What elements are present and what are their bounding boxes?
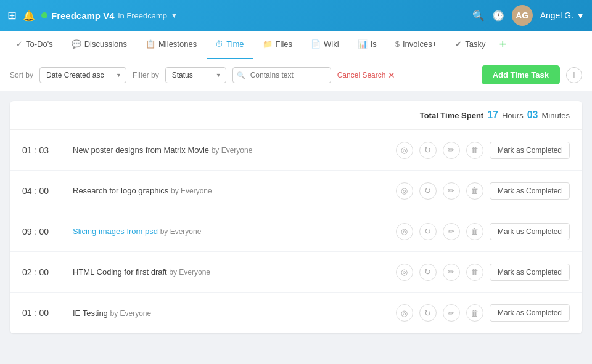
row-actions: ◎ ↻ ✏ 🗑 Mark as Completed <box>396 304 570 322</box>
cancel-x-icon: ✕ <box>388 70 395 80</box>
project-name: Freedcamp V4 <box>51 10 115 21</box>
hours-unit-label: Hours <box>502 111 524 120</box>
time-table: Total Time Spent 17 Hours 03 Minutes 01 … <box>10 101 582 333</box>
user-menu[interactable]: Angel G. ▼ <box>540 10 585 20</box>
minutes-val: 00 <box>39 308 49 318</box>
add-time-button[interactable]: Add Time Task <box>482 65 560 84</box>
avatar[interactable]: AG <box>512 5 533 26</box>
refresh-icon[interactable]: ↻ <box>419 142 437 159</box>
grid-icon[interactable]: ⊞ <box>7 9 17 22</box>
hours-val: 09 <box>22 227 32 237</box>
sort-select[interactable]: Date Created asc Date Created desc Name … <box>39 67 126 83</box>
tab-todos[interactable]: ✓ To-Do's <box>7 31 62 59</box>
task-title: New poster designs from Matrix Movie <box>73 145 212 155</box>
delete-icon[interactable]: 🗑 <box>466 264 483 281</box>
cancel-search-button[interactable]: Cancel Search ✕ <box>337 70 396 80</box>
edit-icon[interactable]: ✏ <box>443 223 460 240</box>
edit-icon[interactable]: ✏ <box>443 304 460 322</box>
todos-icon: ✓ <box>16 39 23 49</box>
mark-completed-button[interactable]: Mark as Completed <box>490 182 570 200</box>
filter-select[interactable]: Status Completed Pending <box>165 67 226 83</box>
task-info: Research for logo graphics by Everyone <box>73 186 388 195</box>
task-assignee: by Everyone <box>169 268 210 277</box>
minutes-val: 00 <box>39 227 49 237</box>
table-row: 02 : 00 HTML Coding for first draft by E… <box>10 252 582 293</box>
add-time-label: Add Time Task <box>493 70 549 79</box>
tab-todos-label: To-Do's <box>26 39 53 49</box>
milestones-icon: 📋 <box>146 39 155 49</box>
nav-right: 🔍 🕐 AG Angel G. ▼ <box>472 5 585 26</box>
bell-icon[interactable]: 🔔 <box>23 10 35 22</box>
search-input[interactable] <box>232 67 331 83</box>
tab-milestones[interactable]: 📋 Milestones <box>137 31 205 59</box>
refresh-icon[interactable]: ↻ <box>419 264 437 281</box>
timer-icon[interactable]: ◎ <box>396 304 413 322</box>
mark-completed-button[interactable]: Mark as Completed <box>490 142 570 159</box>
time-colon: : <box>35 227 37 237</box>
time-colon: : <box>35 145 37 155</box>
task-assignee: by Everyone <box>171 187 212 195</box>
is-icon: 📊 <box>358 39 368 49</box>
row-actions: ◎ ↻ ✏ 🗑 Mark us Completed <box>396 223 570 240</box>
avatar-initials: AG <box>516 10 528 20</box>
time-display: 01 : 00 <box>22 308 65 318</box>
nav-search-icon[interactable]: 🔍 <box>472 10 485 22</box>
project-title[interactable]: Freedcamp V4 in Freedcamp ▼ <box>41 10 178 21</box>
top-navigation: ⊞ 🔔 Freedcamp V4 in Freedcamp ▼ 🔍 🕐 AG A… <box>0 0 592 31</box>
minutes-val: 00 <box>39 267 49 277</box>
delete-icon[interactable]: 🗑 <box>466 223 483 240</box>
edit-icon[interactable]: ✏ <box>443 182 460 200</box>
timer-icon[interactable]: ◎ <box>396 142 413 159</box>
nav-clock-icon[interactable]: 🕐 <box>492 10 504 22</box>
time-display: 04 : 00 <box>22 186 65 196</box>
time-display: 02 : 00 <box>22 267 65 277</box>
wiki-icon: 📄 <box>311 39 321 49</box>
row-actions: ◎ ↻ ✏ 🗑 Mark as Completed <box>396 182 570 200</box>
tab-tasky-label: Tasky <box>465 39 485 49</box>
refresh-icon[interactable]: ↻ <box>419 223 437 240</box>
time-colon: : <box>35 186 37 196</box>
timer-icon[interactable]: ◎ <box>396 264 413 281</box>
tab-invoices[interactable]: $ Invoices+ <box>387 31 446 59</box>
invoices-icon: $ <box>395 39 400 49</box>
add-tab-button[interactable]: + <box>495 38 510 52</box>
mark-completed-button[interactable]: Mark as Completed <box>490 304 570 322</box>
tab-time[interactable]: ⏱ Time <box>207 31 252 59</box>
tab-is-label: Is <box>371 39 377 49</box>
task-assignee: by Everyone <box>110 309 151 318</box>
mark-completed-button[interactable]: Mark us Completed <box>490 223 570 240</box>
tab-tasky[interactable]: ✔ Tasky <box>446 31 494 59</box>
delete-icon[interactable]: 🗑 <box>466 304 483 322</box>
nav-left: ⊞ 🔔 Freedcamp V4 in Freedcamp ▼ <box>7 9 466 22</box>
search-wrapper <box>232 67 331 83</box>
tab-files[interactable]: 📁 Files <box>254 31 301 59</box>
sort-label: Sort by <box>10 71 33 79</box>
filter-select-wrapper: Status Completed Pending <box>165 67 226 83</box>
edit-icon[interactable]: ✏ <box>443 264 460 281</box>
row-actions: ◎ ↻ ✏ 🗑 Mark as Completed <box>396 264 570 281</box>
timer-icon[interactable]: ◎ <box>396 182 413 200</box>
refresh-icon[interactable]: ↻ <box>419 304 437 322</box>
timer-icon[interactable]: ◎ <box>396 223 413 240</box>
total-time-label: Total Time Spent <box>420 111 484 120</box>
tab-wiki[interactable]: 📄 Wiki <box>302 31 348 59</box>
tab-time-label: Time <box>226 39 244 49</box>
info-icon[interactable]: i <box>566 67 582 83</box>
delete-icon[interactable]: 🗑 <box>466 182 483 200</box>
mark-completed-button[interactable]: Mark as Completed <box>490 264 570 281</box>
time-colon: : <box>35 267 37 277</box>
tab-discussions[interactable]: 💬 Discussions <box>63 31 136 59</box>
tab-invoices-label: Invoices+ <box>403 39 437 49</box>
tab-is[interactable]: 📊 Is <box>349 31 385 59</box>
task-info: HTML Coding for first draft by Everyone <box>73 267 388 277</box>
task-title: HTML Coding for first draft <box>73 267 169 277</box>
delete-icon[interactable]: 🗑 <box>466 142 483 159</box>
edit-icon[interactable]: ✏ <box>443 142 460 159</box>
project-dropdown-arrow[interactable]: ▼ <box>171 12 178 19</box>
row-actions: ◎ ↻ ✏ 🗑 Mark as Completed <box>396 142 570 159</box>
refresh-icon[interactable]: ↻ <box>419 182 437 200</box>
hours-val: 01 <box>22 145 32 155</box>
task-title: Research for logo graphics <box>73 186 171 195</box>
main-content: Total Time Spent 17 Hours 03 Minutes 01 … <box>0 91 592 343</box>
task-title[interactable]: Slicing images from psd <box>73 227 160 236</box>
